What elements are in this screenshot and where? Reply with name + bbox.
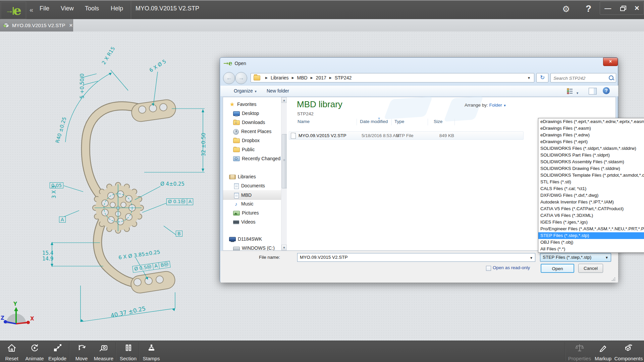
filetype-option[interactable]: IGES Files (*.iges,*.igs): [538, 219, 644, 226]
preview-pane-button[interactable]: [589, 88, 597, 95]
filetype-option[interactable]: eDrawings Files (*.eprt): [538, 138, 644, 145]
organize-button[interactable]: Organize▼: [234, 88, 257, 94]
document-tab[interactable]: MYO.09.V2015 V2.STP ×: [0, 19, 73, 32]
nav-item-windows-c[interactable]: WINDOWS (C:): [223, 244, 287, 250]
nav-item-mbd[interactable]: MBD: [223, 190, 287, 200]
breadcrumb-libraries[interactable]: Libraries: [271, 75, 289, 80]
filetype-option[interactable]: SOLIDWORKS Part Files (*.sldprt): [538, 152, 644, 159]
close-button[interactable]: ×: [635, 4, 639, 12]
nav-scrollbar[interactable]: ▲ ▼: [281, 97, 287, 250]
search-box[interactable]: [550, 73, 616, 82]
filetype-option[interactable]: eDrawings Files (*.easm): [538, 125, 644, 132]
open-button[interactable]: Open: [541, 264, 574, 273]
nav-item-downloads[interactable]: Downloads: [223, 118, 287, 127]
animate-button[interactable]: Animate: [23, 342, 46, 361]
arrange-by-value[interactable]: Folder: [489, 103, 502, 108]
filetype-option[interactable]: SOLIDWORKS Files (*.sldprt,*.sldasm,*.sl…: [538, 145, 644, 152]
dim-annotation: 5 +0.50/0: [79, 73, 85, 99]
explode-button[interactable]: Explode: [47, 342, 68, 361]
nav-item-recent-places[interactable]: Recent Places: [223, 127, 287, 136]
menu-view[interactable]: View: [61, 5, 74, 12]
nav-item-dropbox[interactable]: Dropbox: [223, 136, 287, 145]
breadcrumb-mbd[interactable]: MBD: [297, 75, 308, 80]
nav-item-videos[interactable]: Videos: [223, 218, 287, 226]
reset-button[interactable]: Reset: [2, 342, 21, 361]
search-icon: [609, 75, 613, 80]
music-icon: ♪: [233, 201, 239, 206]
cancel-button[interactable]: Cancel: [578, 264, 603, 273]
filetype-option[interactable]: eDrawings Files (*.eprt,*.easm,*.edrw,*.…: [538, 118, 644, 125]
file-name-input[interactable]: [299, 254, 525, 260]
scrollbar-thumb[interactable]: [282, 134, 287, 188]
filetype-option[interactable]: Autodesk Inventor Files (*.IPT,*.IAM): [538, 199, 644, 205]
dialog-help-button[interactable]: ?: [603, 87, 610, 94]
filetype-option[interactable]: Pro/Engineer Files (*.ASM,*.ASM.*,*.NEU,…: [538, 226, 644, 232]
restore-button[interactable]: [620, 6, 626, 10]
filetype-option[interactable]: CATIA V5 Files (*.CATPart,*.CATProduct): [538, 205, 644, 212]
tab-close-icon[interactable]: ×: [69, 22, 72, 29]
read-only-checkbox[interactable]: [486, 266, 491, 271]
stamps-button[interactable]: Stamps: [142, 342, 161, 361]
column-type[interactable]: Type: [394, 119, 404, 124]
search-input[interactable]: [553, 74, 608, 82]
filetype-option[interactable]: eDrawings Files (*.edrw): [538, 132, 644, 138]
filetype-option[interactable]: All Files (*.*): [538, 246, 644, 252]
file-name-caret-icon[interactable]: ▼: [530, 256, 533, 260]
filetype-option[interactable]: DXF/DWG Files (*.dxf,*.dwg): [538, 192, 644, 199]
document-title: MYO.09.V2015 V2.STP: [136, 5, 199, 12]
menu-tools[interactable]: Tools: [85, 5, 99, 12]
gear-icon[interactable]: ⚙: [562, 4, 570, 14]
nav-item-public[interactable]: Public: [223, 145, 287, 154]
filetype-option[interactable]: CATIA V6 Files (*.3DXML): [538, 212, 644, 219]
filetype-option[interactable]: SOLIDWORKS Drawing Files (*.slddrw): [538, 165, 644, 172]
scroll-down-icon[interactable]: ▼: [281, 245, 287, 250]
nav-item-pictures[interactable]: Pictures: [223, 208, 287, 217]
move-button[interactable]: Move: [72, 342, 91, 361]
breadcrumb[interactable]: ▶ Libraries ▶ MBD ▶ 2017 ▶ STP242 ▼: [251, 73, 534, 82]
filetype-option[interactable]: OBJ Files (*.obj): [538, 239, 644, 246]
nav-item-desktop[interactable]: Desktop: [223, 109, 287, 118]
change-view-button[interactable]: ▼: [567, 87, 579, 95]
filetype-option[interactable]: STEP Files (*.step,*.stp): [538, 232, 644, 239]
views-caret-icon: ▼: [576, 92, 579, 95]
file-type-combo[interactable]: STEP Files (*.step,*.stp) ▼: [540, 253, 611, 262]
refresh-button[interactable]: ↻: [536, 73, 548, 82]
properties-button[interactable]: Properties: [568, 342, 592, 361]
menu-help[interactable]: Help: [111, 5, 123, 12]
breadcrumb-2017[interactable]: 2017: [316, 75, 326, 80]
breadcrumb-stp242[interactable]: STP242: [335, 75, 352, 80]
scroll-up-icon[interactable]: ▲: [281, 97, 287, 103]
minimize-button[interactable]: —: [604, 5, 611, 11]
column-size[interactable]: Size: [434, 119, 442, 124]
back-button[interactable]: ←: [223, 72, 235, 84]
measure-button[interactable]: Measure: [93, 342, 115, 361]
arrange-by-label: Arrange by:: [465, 103, 488, 108]
collapse-menu-icon[interactable]: «: [30, 6, 33, 14]
breadcrumb-dropdown-caret[interactable]: ▼: [527, 76, 531, 80]
menu-file[interactable]: File: [40, 5, 49, 12]
nav-group-libraries[interactable]: Libraries: [223, 172, 287, 181]
resize-grip[interactable]: [611, 277, 615, 281]
column-name[interactable]: Name: [298, 119, 310, 124]
arrange-by[interactable]: Arrange by: Folder ▼: [465, 103, 506, 108]
filetype-option[interactable]: CALS Files (*.cal; *ct1): [538, 185, 644, 192]
filetype-option[interactable]: STL Files (*.stl): [538, 179, 644, 185]
forward-button[interactable]: →: [235, 72, 247, 84]
file-name-combo[interactable]: ▼: [297, 253, 535, 262]
nav-item-recently-changed[interactable]: Recently Changed: [223, 154, 287, 163]
dialog-close-button[interactable]: ×: [603, 58, 618, 66]
new-folder-button[interactable]: New folder: [267, 88, 289, 94]
section-button[interactable]: Section: [118, 342, 138, 361]
components-button[interactable]: Components: [614, 342, 643, 361]
filetype-option[interactable]: SOLIDWORKS Assembly Files (*.sldasm): [538, 159, 644, 165]
markup-button[interactable]: Markup: [594, 342, 612, 361]
nav-group-favorites[interactable]: ★Favorites: [223, 100, 287, 109]
filetype-option[interactable]: SOLIDWORKS Template Files (*.prtdot,*.as…: [538, 172, 644, 179]
help-icon[interactable]: ?: [586, 3, 591, 14]
datum-label-b: B: [176, 231, 182, 237]
nav-item-computer[interactable]: D1184SWK: [223, 235, 287, 243]
file-row[interactable]: MYO.09.V2015 V2.STP 5/18/2016 8:53 AM ST…: [289, 131, 524, 140]
column-date-modified[interactable]: Date modified: [360, 119, 388, 124]
nav-item-music[interactable]: ♪Music: [223, 199, 287, 208]
nav-item-documents[interactable]: Documents: [223, 181, 287, 190]
